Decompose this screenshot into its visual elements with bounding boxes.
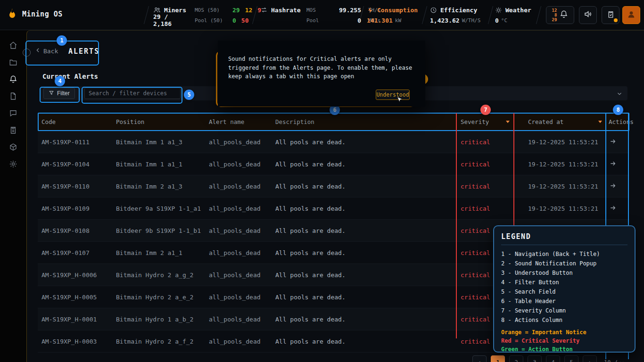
pagination-prev-button[interactable]: ‹ <box>472 355 487 362</box>
efficiency-unit: W/TH/S <box>462 17 481 24</box>
popup-text-line: keep always a tab with this page open <box>228 72 415 81</box>
screen: Mining OS Miners MOS (50) 29 12 9 29 / 2… <box>0 0 644 362</box>
column-header-severity[interactable]: Severity <box>457 113 514 131</box>
filter-button[interactable]: Filter <box>43 88 75 99</box>
pagination-page-2[interactable]: 2 <box>509 355 523 362</box>
cell-desc: All pools are dead. <box>272 220 457 241</box>
cell-severity: critical <box>457 197 514 219</box>
miners-pool-crit: 50 <box>241 17 249 24</box>
column-header-created-at[interactable]: Created at <box>514 113 606 131</box>
sidebar-item-home[interactable] <box>8 42 18 50</box>
cell-alert: all_pools_dead <box>205 175 272 197</box>
miners-pool-ok: 0 <box>232 17 236 24</box>
legend-item: 7 - Severity Column <box>501 306 627 315</box>
sidebar-collapse-handle[interactable] <box>23 49 31 57</box>
sidebar-item-chat[interactable] <box>8 110 18 118</box>
cell-severity: critical <box>457 175 514 197</box>
topbar-divider <box>144 6 149 24</box>
page-size-select[interactable]: 10 / <box>604 359 624 362</box>
tasks-button[interactable] <box>602 6 619 24</box>
legend-item: 3 - Understood Button <box>501 268 627 278</box>
cell-created: 19-12-2025 11:53:21 <box>514 197 606 219</box>
legend-panel: LEGEND 1 - Navigation (Back + Title)2 - … <box>493 225 636 353</box>
hashrate-mos-value: 99.255 <box>330 7 361 14</box>
notifications-button[interactable]: 12 8 29 <box>546 6 574 24</box>
pagination-page-4[interactable]: 4 <box>546 355 560 362</box>
consumption-label: Consumption <box>377 7 418 14</box>
app-logo: Mining OS <box>7 8 63 21</box>
row-action-button[interactable] <box>606 175 629 197</box>
cell-desc: All pools are dead. <box>272 308 457 330</box>
consumption-unit: kW <box>395 17 401 24</box>
speaker-icon <box>584 10 592 20</box>
miners-pool-label: Pool (50) <box>195 17 226 24</box>
sidebar-item-file[interactable] <box>8 93 18 101</box>
popup-message: Sound notifications for Critical alerts … <box>218 41 425 81</box>
pagination-next-button[interactable]: › <box>583 355 597 362</box>
topbar-miners-stats: Miners MOS (50) 29 12 9 29 / 2,186 Pool … <box>153 5 261 25</box>
hashrate-pool-label: Pool <box>306 17 325 24</box>
legend-notes: Orange = Important NoticeRed = Critical … <box>501 328 627 354</box>
weather-unit: °C <box>501 17 507 24</box>
cell-desc: All pools are dead. <box>272 264 457 286</box>
weather-value: 0 <box>495 17 499 24</box>
count-info: 29 <box>552 17 557 22</box>
row-action-button[interactable] <box>606 153 629 175</box>
topbar-divider <box>422 6 427 24</box>
topbar-efficiency-stats: Efficiency 1,423.62 W/TH/S <box>430 5 480 25</box>
legend-item: 4 - Filter Button <box>501 278 627 287</box>
sidebar-item-gear[interactable] <box>8 161 18 169</box>
row-action-button[interactable] <box>606 131 629 153</box>
column-label: Severity <box>461 118 489 125</box>
chevron-left-icon <box>35 47 41 55</box>
clock-icon <box>430 7 437 14</box>
search-input[interactable] <box>84 88 181 99</box>
count-warning: 8 <box>554 13 557 17</box>
legend-item: 8 - Actions Column <box>501 315 627 325</box>
miners-label: Miners <box>164 7 186 14</box>
sidebar-item-bell[interactable] <box>8 76 18 84</box>
understood-button[interactable]: Understood <box>376 90 410 100</box>
mouse-cursor-icon <box>395 96 404 106</box>
cell-code: AM-S19XP-0110 <box>38 175 112 197</box>
sidebar-item-cube[interactable] <box>8 144 18 152</box>
chat-icon <box>9 109 17 119</box>
pagination-page-5[interactable]: 5 <box>564 355 578 362</box>
cell-position: Bitmain Imm 2 a1_1 <box>112 242 205 263</box>
count-critical: 12 <box>552 8 557 13</box>
hashrate-mos-label: MOS <box>306 7 325 13</box>
cell-desc: All pools are dead. <box>272 242 457 263</box>
cell-code: AM-S19XP-0109 <box>38 197 112 219</box>
pagination-page-1[interactable]: 1 <box>491 355 505 362</box>
hashrate-icon <box>260 6 268 14</box>
sidebar-item-clipboard[interactable] <box>8 127 18 135</box>
back-label: Back <box>43 48 58 55</box>
column-header-actions: Actions <box>606 113 629 131</box>
alert-row: AM-S19XP-0111Bitmain Imm 1 a1_3all_pools… <box>38 131 629 153</box>
cell-desc: All pools are dead. <box>272 153 457 175</box>
row-action-button[interactable] <box>606 197 629 219</box>
user-avatar[interactable] <box>622 6 640 24</box>
cell-alert: all_pools_dead <box>205 153 272 175</box>
clipboard-check-icon <box>607 10 615 20</box>
column-label: Actions <box>609 118 634 125</box>
sidebar-item-folder[interactable] <box>8 59 18 67</box>
cell-position: Bitmain Imm 2 a1_3 <box>112 175 205 197</box>
bell-icon <box>560 10 568 20</box>
cell-severity: critical <box>457 153 514 175</box>
back-button[interactable]: Back <box>35 47 58 55</box>
efficiency-label: Efficiency <box>440 7 477 14</box>
cell-position: Bitmain Imm 1 a1_1 <box>112 153 205 175</box>
cell-position: Bitdeer 9b S19XP 1-1_b1 <box>112 220 205 241</box>
sound-mute-button[interactable] <box>579 6 597 24</box>
person-icon <box>627 9 636 21</box>
miners-mos-ok: 29 <box>232 7 240 14</box>
chevron-down-icon[interactable] <box>616 90 623 99</box>
cell-desc: All pools are dead. <box>272 286 457 308</box>
app-title: Mining OS <box>22 10 63 18</box>
filter-label: Filter <box>57 90 70 97</box>
pagination-page-3[interactable]: 3 <box>528 355 542 362</box>
cell-code: AM-S19XP-0108 <box>38 220 112 241</box>
page-size-value: 10 / <box>604 359 618 362</box>
legend-items: 1 - Navigation (Back + Title)2 - Sound N… <box>501 249 627 325</box>
